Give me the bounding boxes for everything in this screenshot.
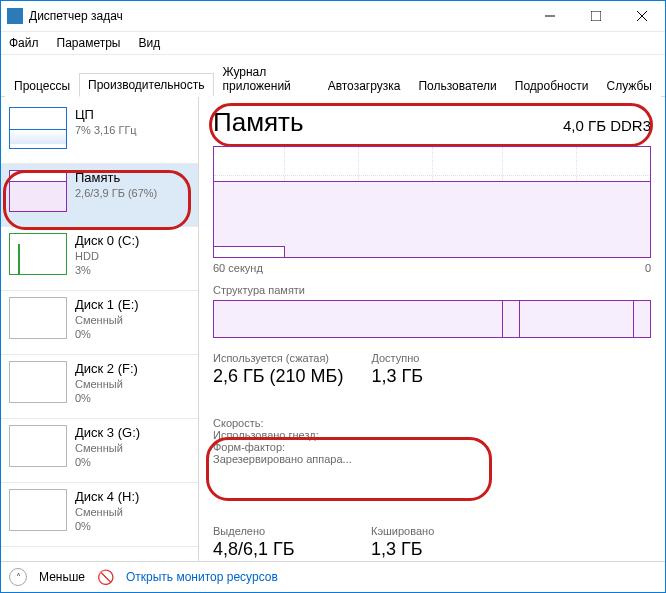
stats-grid: Используется (сжатая) 2,6 ГБ (210 МБ) До… [213,352,651,561]
sidebar-item-disk-2[interactable]: Диск 2 (F:) Сменный 0% [1,355,198,419]
sidebar[interactable]: ЦП 7% 3,16 ГГц Память 2,6/3,9 ГБ (67%) Д… [1,97,199,561]
sidebar-item-sub2: 0% [75,520,139,532]
stat-label: Выделено [213,525,343,537]
sidebar-item-sub: 2,6/3,9 ГБ (67%) [75,187,157,199]
disk-thumb-icon [9,297,67,339]
main-panel: Память 4,0 ГБ DDR3 60 секунд 0 Структура… [199,97,665,561]
axis-left: 60 секунд [213,262,263,274]
maximize-button[interactable] [573,1,619,31]
tab-services[interactable]: Службы [598,74,661,97]
menubar: Файл Параметры Вид [1,32,665,55]
sidebar-item-sub2: 0% [75,392,138,404]
stat-value: 2,6 ГБ (210 МБ) [213,366,343,387]
stat-label: Используется (сжатая) [213,352,343,364]
memory-composition-bar [213,300,651,338]
tab-users[interactable]: Пользователи [409,74,505,97]
menu-view[interactable]: Вид [136,34,162,52]
section-label: Структура памяти [213,284,651,296]
menu-file[interactable]: Файл [7,34,41,52]
disk-thumb-icon [9,489,67,531]
disk-thumb-icon [9,233,67,275]
tab-details[interactable]: Подробности [506,74,598,97]
sidebar-item-sub2: 0% [75,456,140,468]
sidebar-item-label: Диск 0 (C:) [75,233,139,248]
axis-right: 0 [645,262,651,274]
footer: ˄ Меньше 🚫 Открыть монитор ресурсов [1,561,665,592]
sidebar-item-sub2: 0% [75,328,139,340]
svg-rect-1 [591,11,601,21]
disk-thumb-icon [9,361,67,403]
sidebar-item-disk-1[interactable]: Диск 1 (E:) Сменный 0% [1,291,198,355]
stat-value: 1,3 ГБ [371,366,501,387]
sidebar-item-disk-3[interactable]: Диск 3 (G:) Сменный 0% [1,419,198,483]
sidebar-item-disk-0[interactable]: Диск 0 (C:) HDD 3% [1,227,198,291]
sidebar-item-cpu[interactable]: ЦП 7% 3,16 ГГц [1,101,198,164]
sidebar-item-sub2: 3% [75,264,139,276]
sidebar-item-sub: Сменный [75,442,140,454]
chevron-up-icon[interactable]: ˄ [9,568,27,586]
titlebar[interactable]: Диспетчер задач [1,1,665,32]
stat-label: Форм-фактор: [213,441,363,453]
task-manager-window: Диспетчер задач Файл Параметры Вид Проце… [0,0,666,593]
stat-label: Зарезервировано аппара... [213,453,363,465]
sidebar-item-memory[interactable]: Память 2,6/3,9 ГБ (67%) [1,164,198,227]
sidebar-item-disk-4[interactable]: Диск 4 (H:) Сменный 0% [1,483,198,547]
tabbar: Процессы Производительность Журнал прило… [1,55,665,97]
tab-startup[interactable]: Автозагрузка [319,74,410,97]
memory-thumb-icon [9,170,67,212]
window-title: Диспетчер задач [29,9,527,23]
close-button[interactable] [619,1,665,31]
sidebar-item-label: ЦП [75,107,137,122]
sidebar-item-sub: HDD [75,250,139,262]
stat-label: Кэшировано [371,525,501,537]
stat-label: Использовано гнезд: [213,429,363,441]
sidebar-item-label: Диск 4 (H:) [75,489,139,504]
menu-options[interactable]: Параметры [55,34,123,52]
sidebar-item-sub: Сменный [75,314,139,326]
fewer-details-button[interactable]: Меньше [39,570,85,584]
sidebar-item-sub: 7% 3,16 ГГц [75,124,137,136]
stat-label: Скорость: [213,417,363,429]
sidebar-item-label: Диск 1 (E:) [75,297,139,312]
minimize-button[interactable] [527,1,573,31]
sidebar-item-label: Диск 3 (G:) [75,425,140,440]
tab-app-history[interactable]: Журнал приложений [214,60,319,97]
stat-value: 4,8/6,1 ГБ [213,539,343,560]
tab-performance[interactable]: Производительность [79,73,213,97]
open-resource-monitor-link[interactable]: Открыть монитор ресурсов [126,570,278,584]
page-title: Память [213,107,304,138]
sidebar-item-label: Память [75,170,157,185]
sidebar-item-label: Диск 2 (F:) [75,361,138,376]
stat-value: 1,3 ГБ [371,539,501,560]
app-icon [7,8,23,24]
disk-thumb-icon [9,425,67,467]
prohibit-icon: 🚫 [97,569,114,585]
cpu-thumb-icon [9,107,67,149]
sidebar-item-sub: Сменный [75,378,138,390]
sidebar-item-sub: Сменный [75,506,139,518]
memory-hw-info: 4,0 ГБ DDR3 [563,117,651,134]
tab-processes[interactable]: Процессы [5,74,79,97]
stat-label: Доступно [371,352,501,364]
memory-usage-graph [213,146,651,258]
